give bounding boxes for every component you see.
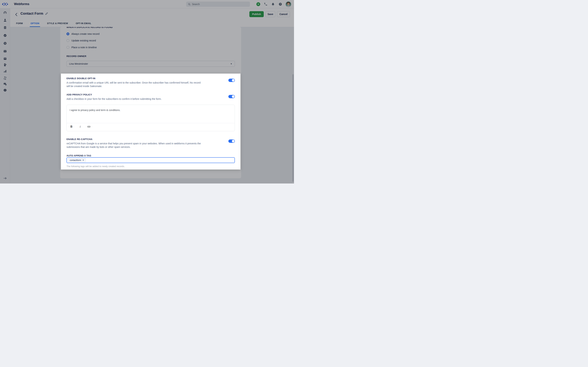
tag-helper-text: The following tags will be added to newl… [67,165,125,167]
bold-button[interactable]: B [69,125,74,129]
double-opt-in-toggle[interactable] [228,79,235,82]
remove-tag-icon[interactable]: ✕ [82,159,84,161]
link-icon [87,125,91,128]
auto-tag-heading: AUTO APPEND A TAG [67,154,91,157]
link-button[interactable] [87,125,91,129]
editor-toolbar: B i [69,125,91,129]
recaptcha-description: reCAPTCHA from Google is a service that … [67,142,202,149]
spotlight-panel: ENABLE DOUBLE OPT-IN A confirmation emai… [61,74,241,169]
privacy-policy-heading: ADD PRIVACY POLICY [67,93,92,96]
double-opt-in-heading: ENABLE DOUBLE OPT-IN [67,77,95,80]
double-opt-in-description: A confirmation email with a unique URL w… [67,81,202,88]
tag-chip: contactform ✕ [68,158,86,162]
recaptcha-heading: ENABLE RE-CAPTCHA [67,138,92,141]
privacy-editor-text[interactable]: I agree to privacy policy and term & con… [70,109,121,111]
tag-chip-label: contactform [70,159,81,161]
editor-divider [67,123,235,123]
tag-input[interactable]: contactform ✕ [67,157,235,163]
recaptcha-toggle[interactable] [228,140,235,143]
italic-button[interactable]: i [78,125,82,129]
privacy-text-editor[interactable]: I agree to privacy policy and term & con… [67,105,235,131]
privacy-policy-description: Add a checkbox in your form for the subs… [67,97,202,101]
privacy-policy-toggle[interactable] [228,95,235,98]
